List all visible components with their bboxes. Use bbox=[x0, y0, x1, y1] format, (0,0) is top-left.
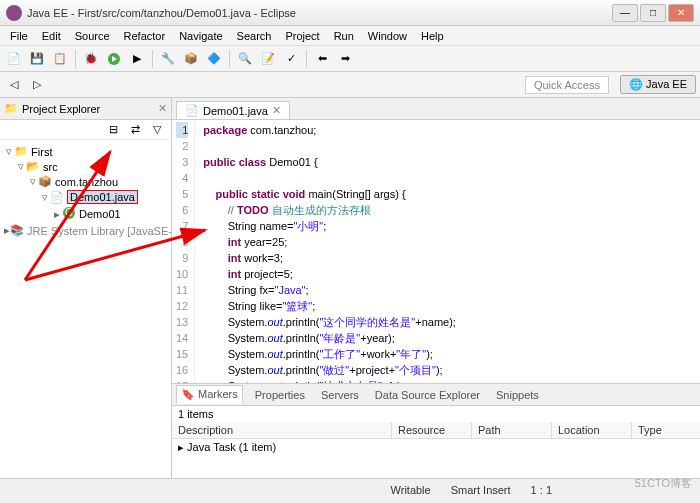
maximize-button[interactable]: □ bbox=[640, 4, 666, 22]
tree-jre[interactable]: ▸📚 JRE System Library [JavaSE-1.7 bbox=[4, 223, 167, 238]
markers-col-description[interactable]: Description bbox=[172, 422, 392, 438]
annot-button[interactable]: 📝 bbox=[258, 49, 278, 69]
tree-class[interactable]: ▸C Demo01 bbox=[4, 205, 167, 223]
menu-search[interactable]: Search bbox=[231, 28, 278, 44]
watermark: 51CTO博客 bbox=[635, 476, 692, 491]
menu-project[interactable]: Project bbox=[279, 28, 325, 44]
link-editor-button[interactable]: ⇄ bbox=[125, 120, 145, 140]
menu-help[interactable]: Help bbox=[415, 28, 450, 44]
status-writable: Writable bbox=[391, 484, 431, 496]
markers-col-path[interactable]: Path bbox=[472, 422, 552, 438]
editor-tabs: 📄 Demo01.java ✕ bbox=[172, 98, 700, 120]
package-icon: 📦 bbox=[38, 175, 52, 188]
project-tree[interactable]: ▿📁 First ▿📂 src ▿📦 com.tanzhou ▿📄 Demo01… bbox=[0, 140, 171, 478]
quick-access-input[interactable]: Quick Access bbox=[525, 76, 609, 94]
close-button[interactable]: ✕ bbox=[668, 4, 694, 22]
collapse-all-button[interactable]: ⊟ bbox=[103, 120, 123, 140]
save-all-button[interactable]: 📋 bbox=[50, 49, 70, 69]
editor-tab-demo01[interactable]: 📄 Demo01.java ✕ bbox=[176, 101, 290, 119]
project-icon: 📁 bbox=[14, 145, 28, 158]
java-file-icon: 📄 bbox=[185, 104, 199, 117]
bottom-tab-data-source-explorer[interactable]: Data Source Explorer bbox=[371, 387, 484, 403]
debug-button[interactable]: 🐞 bbox=[81, 49, 101, 69]
minimize-button[interactable]: — bbox=[612, 4, 638, 22]
perspective-javaee[interactable]: 🌐 Java EE bbox=[620, 75, 696, 94]
svg-text:C: C bbox=[65, 206, 73, 218]
eclipse-icon bbox=[6, 5, 22, 21]
project-explorer-title: Project Explorer bbox=[22, 103, 154, 115]
folder-icon: 📁 bbox=[4, 102, 18, 115]
tree-src[interactable]: ▿📂 src bbox=[4, 159, 167, 174]
menu-source[interactable]: Source bbox=[69, 28, 116, 44]
tree-java-file[interactable]: ▿📄 Demo01.java bbox=[4, 189, 167, 205]
bottom-tab-servers[interactable]: Servers bbox=[317, 387, 363, 403]
menu-run[interactable]: Run bbox=[328, 28, 360, 44]
menu-refactor[interactable]: Refactor bbox=[118, 28, 172, 44]
new-button[interactable]: 📄 bbox=[4, 49, 24, 69]
bottom-panel: 🔖 MarkersPropertiesServersData Source Ex… bbox=[172, 383, 700, 478]
menu-window[interactable]: Window bbox=[362, 28, 413, 44]
bottom-tab-snippets[interactable]: Snippets bbox=[492, 387, 543, 403]
code-editor[interactable]: 12345678910111213141516171819 package co… bbox=[172, 120, 700, 383]
status-bar: Writable Smart Insert 1 : 1 bbox=[0, 478, 700, 500]
markers-col-type[interactable]: Type bbox=[632, 422, 700, 438]
javaee-icon: 🌐 bbox=[629, 78, 643, 90]
bottom-tab-properties[interactable]: Properties bbox=[251, 387, 309, 403]
close-view-icon[interactable]: ✕ bbox=[158, 102, 167, 115]
type-button[interactable]: 🔷 bbox=[204, 49, 224, 69]
run-button[interactable] bbox=[104, 49, 124, 69]
menu-edit[interactable]: Edit bbox=[36, 28, 67, 44]
markers-count: 1 items bbox=[172, 406, 700, 422]
markers-col-resource[interactable]: Resource bbox=[392, 422, 472, 438]
markers-row[interactable]: ▸ Java Task (1 item) bbox=[172, 439, 700, 456]
tree-project[interactable]: ▿📁 First bbox=[4, 144, 167, 159]
markers-col-location[interactable]: Location bbox=[552, 422, 632, 438]
status-insert: Smart Insert bbox=[451, 484, 511, 496]
view-menu-button[interactable]: ▽ bbox=[147, 120, 167, 140]
src-folder-icon: 📂 bbox=[26, 160, 40, 173]
java-file-icon: 📄 bbox=[50, 191, 64, 204]
close-tab-icon[interactable]: ✕ bbox=[272, 104, 281, 117]
tree-package[interactable]: ▿📦 com.tanzhou bbox=[4, 174, 167, 189]
package-button[interactable]: 📦 bbox=[181, 49, 201, 69]
bottom-tab-markers[interactable]: 🔖 Markers bbox=[176, 385, 243, 404]
nav-fwd-button[interactable]: ▷ bbox=[27, 75, 47, 95]
new-server-button[interactable]: 🔧 bbox=[158, 49, 178, 69]
save-button[interactable]: 💾 bbox=[27, 49, 47, 69]
menu-bar: FileEditSourceRefactorNavigateSearchProj… bbox=[0, 26, 700, 46]
menu-file[interactable]: File bbox=[4, 28, 34, 44]
project-explorer-view: 📁 Project Explorer ✕ ⊟ ⇄ ▽ ▿📁 First ▿📂 s… bbox=[0, 98, 172, 478]
task-button[interactable]: ✓ bbox=[281, 49, 301, 69]
class-icon: C bbox=[62, 206, 76, 222]
menu-navigate[interactable]: Navigate bbox=[173, 28, 228, 44]
toolbar-row2: ◁ ▷ Quick Access 🌐 Java EE bbox=[0, 72, 700, 98]
back-button[interactable]: ⬅ bbox=[312, 49, 332, 69]
status-position: 1 : 1 bbox=[531, 484, 552, 496]
run-ext-button[interactable]: ▶ bbox=[127, 49, 147, 69]
search-button[interactable]: 🔍 bbox=[235, 49, 255, 69]
main-toolbar: 📄 💾 📋 🐞 ▶ 🔧 📦 🔷 🔍 📝 ✓ ⬅ ➡ bbox=[0, 46, 700, 72]
title-bar: Java EE - First/src/com/tanzhou/Demo01.j… bbox=[0, 0, 700, 26]
forward-button[interactable]: ➡ bbox=[335, 49, 355, 69]
library-icon: 📚 bbox=[10, 224, 24, 237]
window-title: Java EE - First/src/com/tanzhou/Demo01.j… bbox=[27, 7, 612, 19]
nav-back-button[interactable]: ◁ bbox=[4, 75, 24, 95]
